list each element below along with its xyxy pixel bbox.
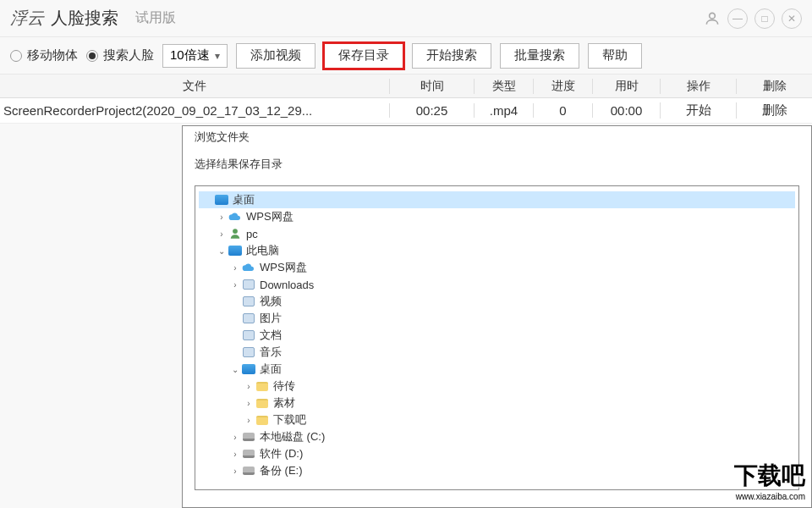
- col-delete-header[interactable]: 删除: [736, 79, 812, 94]
- tree-caret-icon[interactable]: ›: [243, 416, 255, 425]
- tree-label: 本地磁盘 (C:): [260, 429, 325, 444]
- tree-label: Downloads: [260, 279, 314, 291]
- tree-item[interactable]: ›本地磁盘 (C:): [199, 428, 795, 445]
- tree-caret-icon[interactable]: ›: [216, 213, 228, 222]
- dialog-subtitle: 选择结果保存目录: [183, 148, 811, 185]
- tree-label: 备份 (E:): [260, 463, 303, 478]
- user-icon[interactable]: [704, 10, 721, 27]
- svg-point-1: [233, 229, 238, 234]
- titlebar: 浮云 人脸搜索 试用版 — □ ✕: [0, 0, 812, 37]
- tree-caret-icon[interactable]: ›: [229, 467, 241, 476]
- user-icon: [228, 227, 243, 240]
- tree-caret-icon[interactable]: ⌄: [216, 246, 228, 256]
- tree-item[interactable]: ›软件 (D:): [199, 445, 795, 462]
- tree-item[interactable]: 文档: [199, 327, 795, 344]
- tree-label: 图片: [260, 311, 282, 326]
- folder-icon: [255, 396, 270, 410]
- start-search-button[interactable]: 开始搜索: [412, 43, 491, 69]
- cloud-icon: [241, 261, 256, 274]
- tree-item[interactable]: ›下载吧: [199, 411, 795, 428]
- tree-item[interactable]: ›WPS网盘: [199, 259, 795, 276]
- radio-search-face[interactable]: 搜索人脸: [86, 47, 154, 64]
- col-duration-header[interactable]: 用时: [592, 79, 660, 94]
- generic-icon: [241, 295, 256, 308]
- tree-item[interactable]: 音乐: [199, 344, 795, 361]
- drive-icon: [241, 447, 256, 461]
- cell-file: ScreenRecorderProject2(2020_09_02_17_03_…: [0, 103, 389, 118]
- watermark-url: www.xiazaiba.com: [734, 492, 805, 501]
- tree-caret-icon[interactable]: ›: [229, 433, 241, 442]
- tree-caret-icon[interactable]: ›: [229, 263, 241, 273]
- tree-label: 此电脑: [246, 243, 279, 258]
- cell-type: .mp4: [474, 103, 533, 118]
- cell-time: 00:25: [389, 103, 474, 118]
- app-logo: 浮云: [10, 7, 44, 30]
- tree-label: WPS网盘: [260, 260, 307, 275]
- tree-item[interactable]: ›素材: [199, 395, 795, 411]
- radio-icon: [10, 50, 22, 62]
- tree-item[interactable]: ⌄桌面: [199, 361, 795, 378]
- tree-caret-icon[interactable]: ›: [216, 229, 228, 239]
- app-name: 人脸搜索: [51, 7, 118, 30]
- col-action-header[interactable]: 操作: [660, 79, 736, 94]
- folder-icon: [255, 413, 270, 427]
- tree-item[interactable]: 视频: [199, 293, 795, 310]
- tree-item[interactable]: 桌面: [199, 191, 795, 208]
- tree-label: WPS网盘: [246, 209, 294, 224]
- watermark: 下载吧 www.xiazaiba.com: [734, 460, 805, 501]
- desktop-icon: [214, 193, 229, 207]
- desktop-icon: [241, 362, 256, 376]
- tree-caret-icon[interactable]: ›: [243, 382, 255, 391]
- tree-caret-icon[interactable]: ›: [229, 450, 241, 459]
- toolbar: 移动物体 搜索人脸 10倍速 添加视频 保存目录 开始搜索 批量搜索 帮助: [0, 37, 812, 75]
- batch-search-button[interactable]: 批量搜索: [500, 43, 579, 69]
- radio-label: 搜索人脸: [103, 47, 154, 64]
- tree-item[interactable]: 图片: [199, 310, 795, 327]
- maximize-icon[interactable]: □: [754, 8, 775, 29]
- table-header: 文件 时间 类型 进度 用时 操作 删除: [0, 75, 812, 98]
- tree-label: pc: [246, 228, 258, 240]
- pc-icon: [228, 244, 243, 257]
- tree-label: 软件 (D:): [260, 446, 303, 461]
- folder-icon: [255, 379, 270, 393]
- tree-item[interactable]: ›备份 (E:): [199, 462, 795, 479]
- drive-icon: [241, 430, 256, 444]
- tree-item[interactable]: ›待传: [199, 378, 795, 395]
- watermark-text: 下载吧: [734, 462, 805, 489]
- radio-moving-object[interactable]: 移动物体: [10, 47, 78, 64]
- speed-select[interactable]: 10倍速: [162, 44, 228, 68]
- cloud-icon: [228, 210, 243, 224]
- help-button[interactable]: 帮助: [588, 43, 642, 69]
- tree-caret-icon[interactable]: ›: [243, 399, 255, 408]
- tree-item[interactable]: ›WPS网盘: [199, 208, 795, 225]
- cell-action[interactable]: 开始: [660, 102, 736, 119]
- tree-item[interactable]: ›Downloads: [199, 276, 795, 293]
- col-time-header[interactable]: 时间: [389, 79, 474, 94]
- app-version: 试用版: [135, 9, 176, 27]
- col-progress-header[interactable]: 进度: [533, 79, 592, 94]
- tree-item[interactable]: ⌄此电脑: [199, 242, 795, 259]
- cell-delete[interactable]: 删除: [736, 102, 812, 119]
- tree-caret-icon[interactable]: ⌄: [229, 365, 241, 374]
- col-file-header[interactable]: 文件: [0, 79, 389, 94]
- tree-label: 文档: [260, 328, 282, 343]
- tree-label: 音乐: [260, 345, 282, 360]
- browse-folder-dialog: 浏览文件夹 选择结果保存目录 桌面›WPS网盘›pc⌄此电脑›WPS网盘›Dow…: [182, 125, 812, 508]
- tree-item[interactable]: ›pc: [199, 225, 795, 242]
- add-video-button[interactable]: 添加视频: [236, 43, 315, 69]
- folder-tree[interactable]: 桌面›WPS网盘›pc⌄此电脑›WPS网盘›Downloads视频图片文档音乐⌄…: [195, 185, 799, 490]
- tree-caret-icon[interactable]: ›: [229, 280, 241, 290]
- minimize-icon[interactable]: —: [727, 8, 748, 29]
- cell-duration: 00:00: [592, 103, 660, 118]
- tree-label: 桌面: [260, 362, 282, 377]
- col-type-header[interactable]: 类型: [474, 79, 533, 94]
- drive-icon: [241, 464, 256, 478]
- generic-icon: [241, 329, 256, 342]
- svg-point-0: [710, 13, 716, 19]
- cell-progress: 0: [533, 103, 592, 118]
- tree-label: 下载吧: [273, 412, 306, 428]
- close-icon[interactable]: ✕: [782, 8, 802, 29]
- generic-icon: [241, 278, 256, 291]
- save-directory-button[interactable]: 保存目录: [324, 43, 403, 69]
- table-row[interactable]: ScreenRecorderProject2(2020_09_02_17_03_…: [0, 98, 812, 124]
